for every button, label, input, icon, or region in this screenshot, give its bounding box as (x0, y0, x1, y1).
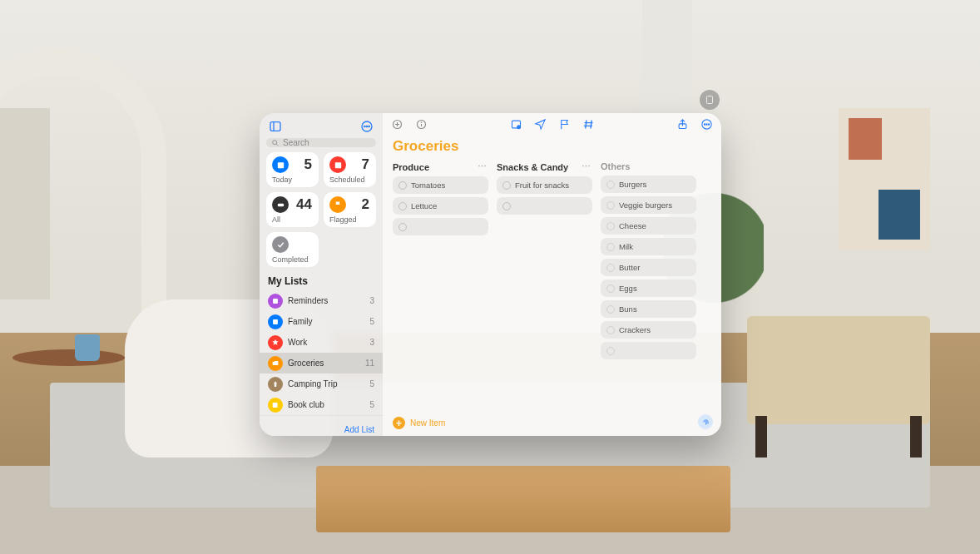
section-title: Snacks & Candy (497, 162, 568, 172)
checkbox[interactable] (606, 284, 615, 293)
section-produce: Produce⋯TomatoesLettuce (393, 161, 488, 239)
reminder-item[interactable]: Buns (601, 300, 696, 318)
section-header[interactable]: Produce⋯ (393, 161, 488, 172)
sidebar-list-groceries[interactable]: Groceries11 (260, 353, 383, 373)
svg-point-6 (369, 126, 369, 126)
checkbox[interactable] (606, 222, 615, 230)
share-icon[interactable] (676, 118, 689, 134)
smart-flagged-count: 2 (362, 196, 369, 213)
svg-line-24 (591, 120, 591, 128)
sidebar-list-book-club[interactable]: Book club5 (260, 394, 383, 415)
smart-scheduled-count: 7 (362, 156, 369, 173)
reminder-item[interactable]: Lettuce (393, 197, 488, 215)
sidebar-toggle-icon[interactable] (268, 119, 283, 134)
search-placeholder: Search (283, 138, 309, 147)
reminder-item[interactable]: Butter (601, 259, 696, 276)
checkbox[interactable] (606, 264, 615, 272)
calendar-icon (329, 156, 346, 173)
checkbox[interactable] (606, 347, 615, 355)
new-reminder-icon[interactable] (391, 118, 403, 134)
checkbox[interactable] (606, 181, 615, 189)
checkmark-icon (272, 236, 289, 253)
section-header[interactable]: Snacks & Candy⋯ (497, 161, 592, 172)
sidebar-list-camping-trip[interactable]: Camping Trip5 (260, 373, 383, 394)
new-item-button[interactable]: + New Item (393, 417, 445, 429)
tag-icon[interactable] (582, 118, 595, 134)
date-icon[interactable] (510, 118, 522, 134)
reminder-item[interactable]: Cheese (601, 217, 696, 235)
info-icon[interactable] (415, 118, 428, 134)
reminder-item[interactable] (497, 197, 592, 215)
flag-toolbar-icon[interactable] (558, 118, 571, 134)
list-count: 5 (369, 317, 374, 326)
reminder-text: Tomatoes (411, 181, 445, 190)
reminder-item[interactable] (601, 342, 696, 359)
section-snacks-candy: Snacks & Candy⋯Fruit for snacks (497, 161, 592, 218)
reminder-text: Cheese (619, 221, 646, 230)
reminder-item[interactable]: Fruit for snacks (497, 176, 592, 194)
svg-rect-9 (277, 162, 283, 168)
smart-all[interactable]: 44 All (266, 192, 319, 227)
list-count: 3 (369, 296, 374, 305)
section-header[interactable]: Others (601, 161, 696, 171)
checkbox[interactable] (606, 243, 615, 251)
toolbar (383, 113, 721, 133)
reminder-item[interactable]: Milk (601, 238, 696, 255)
reminder-item[interactable] (393, 218, 488, 235)
reminder-item[interactable]: Burgers (601, 176, 696, 193)
checkbox[interactable] (606, 326, 615, 334)
section-more-icon[interactable]: ⋯ (477, 161, 488, 172)
reminders-window: Search 5 Today 7 Scheduled 44 All 2 Flag (260, 113, 721, 436)
reminder-item[interactable]: Tomatoes (393, 176, 488, 194)
checkbox[interactable] (606, 305, 615, 314)
list-count: 5 (369, 400, 374, 409)
svg-point-29 (704, 123, 705, 124)
reminder-text: Veggie burgers (619, 200, 672, 210)
section-title: Produce (393, 162, 429, 172)
list-count: 5 (369, 379, 374, 388)
checkbox[interactable] (502, 202, 511, 210)
section-more-icon[interactable]: ⋯ (581, 161, 592, 172)
smart-flagged[interactable]: 2 Flagged (324, 192, 376, 227)
reminder-item[interactable]: Veggie burgers (601, 196, 696, 214)
fingerprint-icon[interactable] (698, 414, 713, 429)
svg-point-7 (273, 140, 277, 144)
smart-completed[interactable]: Completed (266, 232, 319, 267)
svg-rect-10 (334, 162, 340, 168)
content-more-icon[interactable] (700, 118, 713, 134)
checkbox[interactable] (398, 181, 407, 190)
reminder-text: Fruit for snacks (515, 181, 569, 190)
checkbox[interactable] (398, 223, 407, 231)
reminder-text: Milk (619, 242, 633, 251)
sidebar-list-reminders[interactable]: Reminders3 (260, 290, 383, 311)
new-item-label: New Item (410, 418, 445, 428)
svg-rect-12 (273, 299, 278, 304)
reminder-item[interactable]: Eggs (601, 279, 696, 297)
add-list-button[interactable]: Add List (344, 425, 374, 434)
checkbox[interactable] (398, 202, 407, 210)
smart-today[interactable]: 5 Today (266, 152, 319, 187)
checkbox[interactable] (606, 201, 615, 210)
svg-rect-0 (707, 96, 713, 104)
location-icon[interactable] (534, 118, 547, 134)
reminder-text: Eggs (619, 284, 637, 293)
search-input[interactable]: Search (266, 138, 376, 147)
smart-scheduled[interactable]: 7 Scheduled (324, 152, 376, 187)
room-widget-button[interactable] (700, 90, 720, 110)
flag-icon (329, 196, 346, 213)
list-count: 11 (365, 359, 374, 368)
list-icon (268, 294, 283, 309)
list-count: 3 (369, 338, 374, 347)
reminder-text: Burgers (619, 180, 646, 189)
sidebar-list-work[interactable]: Work3 (260, 332, 383, 353)
checkbox[interactable] (502, 181, 511, 190)
reminder-text: Butter (619, 263, 640, 272)
section-others: OthersBurgersVeggie burgersCheeseMilkBut… (601, 161, 696, 363)
svg-point-4 (364, 126, 365, 126)
sidebar-list-family[interactable]: Family5 (260, 311, 383, 332)
list-title: Groceries (383, 133, 721, 161)
list-name: Reminders (288, 296, 364, 305)
list-name: Groceries (288, 359, 360, 368)
sidebar-more-icon[interactable] (359, 119, 374, 134)
reminder-item[interactable]: Crackers (601, 321, 696, 339)
